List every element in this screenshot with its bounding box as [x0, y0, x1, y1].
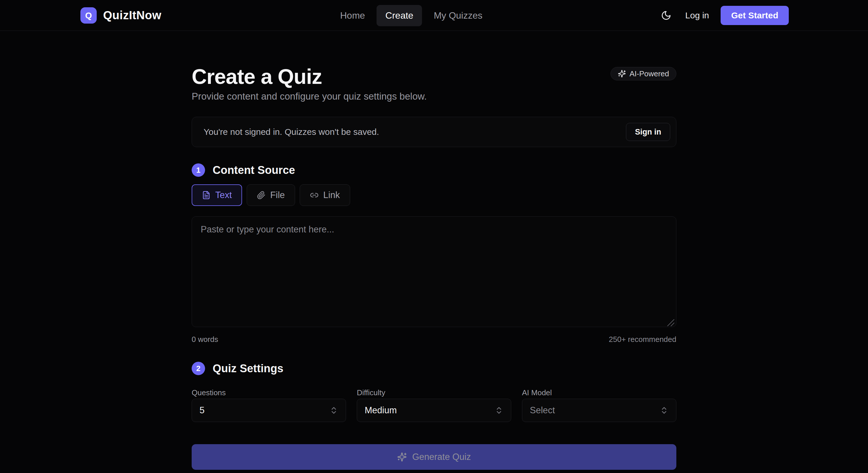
chevrons-up-down-icon [495, 406, 503, 415]
tab-file[interactable]: File [247, 184, 295, 206]
paperclip-icon [257, 191, 266, 199]
resize-handle[interactable] [667, 319, 674, 326]
recommended-length: 250+ recommended [609, 335, 676, 344]
page-subtitle: Provide content and configure your quiz … [192, 90, 676, 103]
theme-toggle-button[interactable] [658, 8, 674, 23]
tab-file-label: File [270, 190, 285, 200]
word-count: 0 words [192, 335, 218, 344]
tab-text-label: Text [215, 190, 232, 200]
questions-select[interactable]: 5 [192, 399, 346, 422]
create-quiz-page: Create a Quiz AI-Powered Provide content… [192, 65, 676, 470]
difficulty-select[interactable]: Medium [357, 399, 511, 422]
nav-actions: Log in Get Started [658, 6, 789, 25]
navbar: Q QuizItNow Home Create My Quizzes Log i… [0, 0, 868, 31]
ai-model-select[interactable]: Select [522, 399, 676, 422]
tab-text[interactable]: Text [192, 184, 242, 206]
content-source-title: Content Source [213, 164, 295, 177]
tab-link-label: Link [323, 190, 340, 200]
questions-label: Questions [192, 388, 346, 398]
brand-logo-letter: Q [85, 10, 92, 21]
content-source-tabs: Text File Link [192, 184, 676, 206]
ai-powered-badge: AI-Powered [611, 67, 676, 81]
file-text-icon [202, 191, 211, 199]
brand[interactable]: Q QuizItNow [81, 7, 161, 24]
tab-link[interactable]: Link [300, 184, 350, 206]
quiz-settings-section-header: 2 Quiz Settings [192, 362, 676, 375]
chevrons-up-down-icon [660, 406, 669, 415]
link-icon [310, 191, 319, 199]
moon-icon [661, 10, 672, 21]
generate-quiz-label: Generate Quiz [412, 452, 471, 462]
signin-notice-message: You're not signed in. Quizzes won't be s… [204, 127, 379, 137]
generate-quiz-button[interactable]: Generate Quiz [192, 444, 676, 470]
content-source-section-header: 1 Content Source [192, 163, 676, 177]
nav-links: Home Create My Quizzes [332, 0, 491, 31]
brand-logo: Q [81, 7, 97, 24]
nav-item-create[interactable]: Create [377, 5, 422, 26]
page-title: Create a Quiz [192, 65, 322, 88]
sparkles-icon [618, 70, 626, 78]
brand-name: QuizItNow [103, 9, 161, 22]
difficulty-field: Difficulty Medium [357, 388, 511, 422]
content-textarea-wrap [192, 216, 676, 328]
step-1-badge: 1 [192, 163, 205, 177]
ai-model-label: AI Model [522, 388, 676, 398]
sparkles-icon [397, 452, 407, 462]
login-link[interactable]: Log in [685, 10, 709, 21]
ai-powered-badge-label: AI-Powered [629, 69, 669, 78]
quiz-settings-fields: Questions 5 Difficulty Medium AI Model S… [192, 388, 676, 422]
questions-field: Questions 5 [192, 388, 346, 422]
nav-item-my-quizzes[interactable]: My Quizzes [425, 5, 491, 26]
questions-select-value: 5 [199, 405, 205, 416]
chevrons-up-down-icon [330, 406, 338, 415]
difficulty-label: Difficulty [357, 388, 511, 398]
content-textarea[interactable] [192, 216, 676, 327]
signin-notice: You're not signed in. Quizzes won't be s… [192, 117, 676, 147]
ai-model-field: AI Model Select [522, 388, 676, 422]
sign-in-button[interactable]: Sign in [626, 123, 670, 141]
difficulty-select-value: Medium [365, 405, 397, 416]
ai-model-select-value: Select [530, 405, 555, 416]
textarea-meta-row: 0 words 250+ recommended [192, 335, 676, 344]
nav-item-home[interactable]: Home [332, 5, 374, 26]
get-started-button[interactable]: Get Started [721, 6, 789, 25]
step-2-badge: 2 [192, 362, 205, 375]
quiz-settings-title: Quiz Settings [213, 362, 283, 375]
